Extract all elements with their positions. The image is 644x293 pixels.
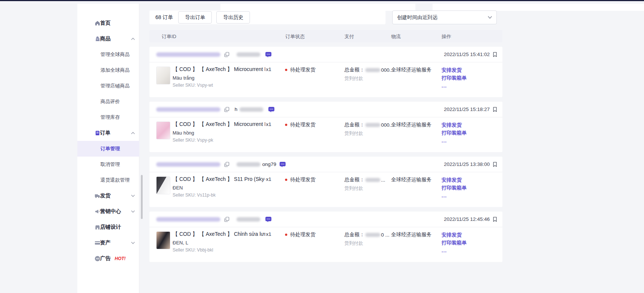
chat-icon[interactable] <box>265 216 272 222</box>
sidebar-item-orders[interactable]: 订单 <box>77 125 139 141</box>
sidebar-item-label: 订单管理 <box>100 145 120 152</box>
sidebar-item-manage-global-products[interactable]: 管理全球商品 <box>77 47 139 62</box>
sort-dropdown[interactable]: 创建时间由近到远 <box>392 10 497 24</box>
product-thumbnail[interactable] <box>156 67 170 84</box>
sidebar-item-shop-design[interactable]: 店铺设计 <box>77 219 139 235</box>
column-header-payment: 支付 <box>344 33 354 40</box>
home-icon <box>95 20 100 26</box>
product-title[interactable]: 【 COD 】 【 AxeTech 】 Microcurrent Faci... <box>173 66 265 73</box>
bookmark-icon[interactable] <box>493 162 497 167</box>
top-partial-strip <box>220 4 415 11</box>
bag-icon <box>95 36 100 42</box>
sidebar-item-label: 退货退款管理 <box>100 177 130 183</box>
order-id-blurred <box>156 162 220 167</box>
chat-icon[interactable] <box>279 161 286 167</box>
sidebar-item-manage-shop-products[interactable]: 管理店铺商品 <box>77 78 139 94</box>
sidebar-item-ads[interactable]: AD 广告 HOT! <box>77 251 139 266</box>
order-timestamp: 2022/11/25 13:38:00 <box>444 161 490 167</box>
chat-icon[interactable] <box>268 107 275 112</box>
product-sku: Seller SKU: Vbbj-bkl <box>173 247 266 253</box>
bookmark-icon[interactable] <box>493 107 497 112</box>
chat-icon[interactable] <box>265 52 272 58</box>
order-card-header: 2022/11/25 15:41:02 <box>149 47 502 62</box>
truck-icon <box>95 193 100 199</box>
order-card: 2022/11/25 12:45:46 【 COD 】 【 AxeTech 】 … <box>149 212 502 262</box>
copy-icon[interactable] <box>224 217 229 222</box>
order-card: ong79 2022/11/25 13:38:00 【 COD 】 【 AxeT… <box>149 157 502 207</box>
sidebar-item-manage-inventory[interactable]: 管理库存 <box>77 110 139 125</box>
sidebar-item-cancel-management[interactable]: 取消管理 <box>77 157 139 172</box>
product-variant: Màu trắng <box>173 75 266 81</box>
sidebar-item-product-reviews[interactable]: 商品评价 <box>77 94 139 110</box>
product-title[interactable]: 【 COD 】 【 AxeTech 】 Chỉnh sửa lưng gù... <box>173 231 265 238</box>
product-sku: Seller SKU: Vspy-wt <box>173 83 266 88</box>
arrange-shipment-link[interactable]: 安排发货 <box>442 66 467 74</box>
payment-info: 总金额： ... 货到付款 <box>344 176 385 192</box>
copy-icon[interactable] <box>224 162 229 167</box>
chevron-up-icon <box>131 132 135 134</box>
copy-icon[interactable] <box>224 52 229 57</box>
print-packing-slip-link[interactable]: 打印装箱单 <box>442 74 467 82</box>
order-card-body: 【 COD 】 【 AxeTech 】 Microcurrent Faci...… <box>149 117 502 152</box>
sidebar-item-label: 资产 <box>100 240 111 246</box>
megaphone-icon <box>95 209 100 215</box>
sidebar-item-assets[interactable]: 资产 <box>77 235 139 251</box>
sidebar-item-marketing-center[interactable]: 营销中心 <box>77 204 139 219</box>
copy-icon[interactable] <box>224 107 229 112</box>
arrange-shipment-link[interactable]: 安排发货 <box>442 121 467 129</box>
product-sku: Seller SKU: Vs11p-bk <box>173 192 266 198</box>
sidebar-item-shipping[interactable]: 发货 <box>77 188 139 204</box>
sidebar-item-label: 商品评价 <box>100 98 120 105</box>
sidebar-item-label: 广告 <box>100 255 111 262</box>
column-header-order-id: 订单ID <box>162 33 176 40</box>
order-card-header: h 2022/11/25 15:18:27 <box>149 102 502 117</box>
order-card-body: 【 COD 】 【 AxeTech 】 Microcurrent Faci...… <box>149 62 502 97</box>
more-actions-link[interactable]: ... <box>442 82 467 90</box>
order-status: 待处理发货 <box>285 231 316 238</box>
more-actions-link[interactable]: ... <box>442 192 467 200</box>
sidebar-item-label: 取消管理 <box>100 161 120 168</box>
sidebar-item-label: 管理全球商品 <box>100 51 130 58</box>
more-actions-link[interactable]: ... <box>442 247 467 255</box>
print-packing-slip-link[interactable]: 打印装箱单 <box>442 129 467 137</box>
payment-method: 货到付款 <box>344 240 390 247</box>
buyer-name-blurred <box>236 162 260 167</box>
sidebar-item-order-management[interactable]: 订单管理 <box>77 141 139 157</box>
sidebar-item-label: 首页 <box>100 20 111 27</box>
export-orders-button[interactable]: 导出订单 <box>178 11 212 24</box>
bookmark-icon[interactable] <box>493 217 497 222</box>
product-thumbnail[interactable] <box>156 121 170 139</box>
more-actions-link[interactable]: ... <box>442 137 467 145</box>
arrange-shipment-link[interactable]: 安排发货 <box>442 231 467 239</box>
status-dot-icon <box>285 234 287 236</box>
order-id-blurred <box>156 107 220 112</box>
column-header-order-status: 订单状态 <box>285 33 305 40</box>
product-quantity: x1 <box>266 67 271 72</box>
print-packing-slip-link[interactable]: 打印装箱单 <box>442 239 467 247</box>
order-timestamp: 2022/11/25 12:45:46 <box>444 216 490 222</box>
export-history-button[interactable]: 导出历史 <box>216 11 250 24</box>
sidebar-item-home[interactable]: 首页 <box>77 15 139 31</box>
logistics-service: 全球经济运输服务 <box>391 176 431 183</box>
product-thumbnail[interactable] <box>156 231 170 249</box>
buyer-name-blurred <box>236 217 260 222</box>
bookmark-icon[interactable] <box>493 52 497 57</box>
payment-method: 货到付款 <box>344 185 385 192</box>
order-card-body: 【 COD 】 【 AxeTech 】 S11 Pro (Sky-10) B..… <box>149 172 502 207</box>
sidebar-item-label: 营销中心 <box>100 208 121 215</box>
logistics-service: 全球经济运输服务 <box>391 231 431 238</box>
sidebar-item-return-refund-management[interactable]: 退货退款管理 <box>77 172 139 188</box>
top-partial-strip <box>433 4 644 11</box>
svg-text:AD: AD <box>96 257 99 260</box>
payment-info: 总金额： 0 ... 货到付款 <box>344 231 390 247</box>
order-card: h 2022/11/25 15:18:27 【 COD 】 <box>149 102 502 152</box>
product-title[interactable]: 【 COD 】 【 AxeTech 】 S11 Pro (Sky-10) B..… <box>173 176 265 183</box>
sidebar-scrollbar-thumb[interactable] <box>141 175 143 219</box>
hot-badge: HOT! <box>115 256 126 261</box>
sidebar-item-add-global-products[interactable]: 添加全球商品 <box>77 62 139 78</box>
product-title[interactable]: 【 COD 】 【 AxeTech 】 Microcurrent Faci... <box>173 121 265 128</box>
product-thumbnail[interactable] <box>156 176 170 194</box>
print-packing-slip-link[interactable]: 打印装箱单 <box>442 184 467 192</box>
arrange-shipment-link[interactable]: 安排发货 <box>442 176 467 184</box>
sidebar-item-products[interactable]: 商品 <box>77 31 139 47</box>
